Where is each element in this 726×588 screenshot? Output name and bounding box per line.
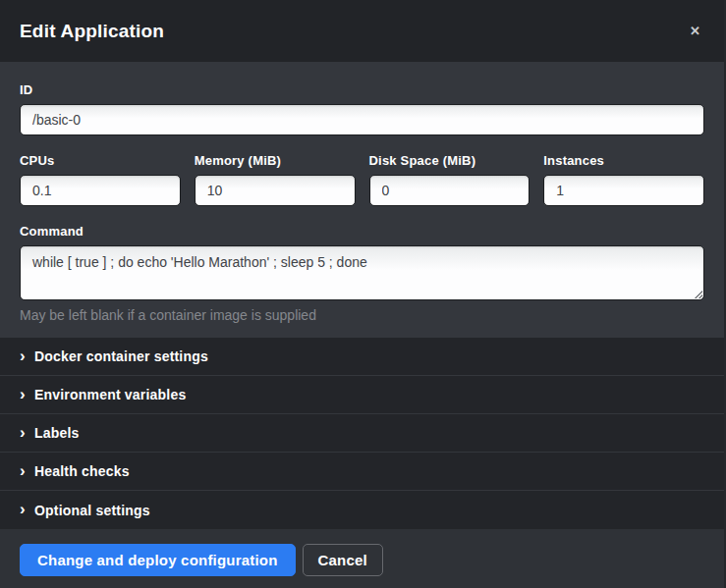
section-optional-settings[interactable]: › Optional settings [0,491,724,529]
disk-field-group: Disk Space (MiB) [369,153,531,206]
section-label: Environment variables [34,387,186,402]
memory-label: Memory (MiB) [195,153,356,168]
command-field-group: Command while [ true ] ; do echo 'Hello … [20,224,704,323]
chevron-right-icon: › [20,347,34,364]
edit-application-modal: Edit Application ✕ ID CPUs Memory (MiB) … [0,0,724,582]
instances-label: Instances [543,153,704,168]
memory-field-group: Memory (MiB) [195,153,356,206]
cancel-button[interactable]: Cancel [303,544,383,576]
chevron-right-icon: › [20,501,34,517]
instances-input[interactable] [543,175,704,206]
accordion: › Docker container settings › Environmen… [0,338,724,529]
chevron-right-icon: › [20,386,34,402]
modal-title: Edit Application [20,21,164,42]
change-and-deploy-button[interactable]: Change and deploy configuration [20,544,296,576]
cpus-field-group: CPUs [20,153,181,206]
command-textarea-wrap: while [ true ] ; do echo 'Hello Marathon… [20,245,704,300]
cpus-label: CPUs [20,153,181,168]
section-health-checks[interactable]: › Health checks [0,453,724,491]
memory-input[interactable] [195,175,356,206]
section-label: Docker container settings [34,348,208,364]
resources-row: CPUs Memory (MiB) Disk Space (MiB) Insta… [20,153,704,206]
section-docker-container-settings[interactable]: › Docker container settings [0,338,724,376]
section-labels[interactable]: › Labels [0,414,724,453]
close-icon[interactable]: ✕ [686,21,704,41]
id-field-group: ID [20,82,704,135]
command-textarea[interactable]: while [ true ] ; do echo 'Hello Marathon… [20,245,704,300]
section-label: Labels [34,425,80,441]
disk-label: Disk Space (MiB) [369,153,531,168]
modal-body: ID CPUs Memory (MiB) Disk Space (MiB) In [0,62,724,529]
section-label: Optional settings [34,503,150,518]
disk-input[interactable] [369,175,531,206]
chevron-right-icon: › [20,424,34,441]
chevron-right-icon: › [20,462,34,479]
section-environment-variables[interactable]: › Environment variables [0,376,724,414]
section-label: Health checks [34,463,130,479]
modal-header: Edit Application ✕ [0,0,724,62]
id-label: ID [20,82,704,97]
id-input[interactable] [20,104,704,135]
command-help-text: May be left blank if a container image i… [20,307,704,323]
cpus-input[interactable] [20,175,181,206]
instances-field-group: Instances [543,153,704,206]
screen: Edit Application ✕ ID CPUs Memory (MiB) … [0,0,726,588]
command-label: Command [20,224,704,239]
modal-footer: Change and deploy configuration Cancel [0,529,724,588]
